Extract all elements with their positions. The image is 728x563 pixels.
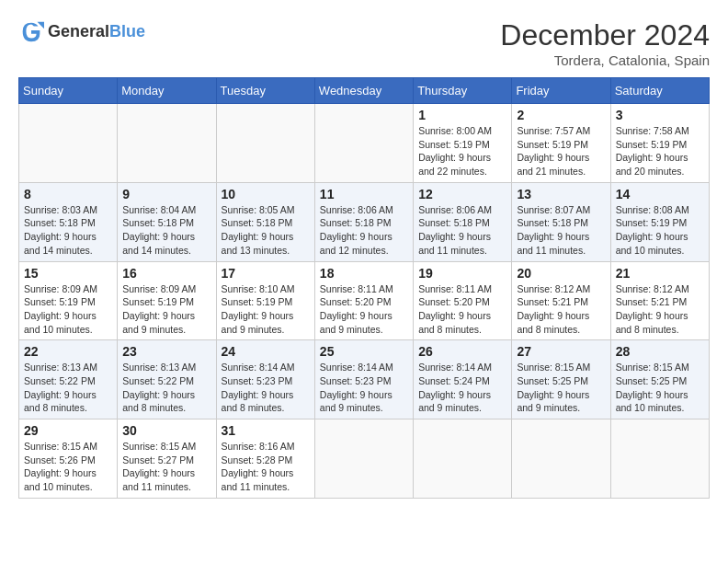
table-row bbox=[19, 104, 118, 183]
header-thursday: Thursday bbox=[414, 78, 512, 104]
table-row bbox=[414, 419, 512, 499]
month-title: December 2024 bbox=[500, 18, 710, 52]
table-row: 29 Sunrise: 8:15 AMSunset: 5:26 PMDaylig… bbox=[19, 419, 118, 499]
day-number: 23 bbox=[122, 344, 210, 359]
table-row: 8 Sunrise: 8:03 AMSunset: 5:18 PMDayligh… bbox=[19, 182, 118, 261]
day-number: 3 bbox=[616, 108, 704, 122]
table-row: 17 Sunrise: 8:10 AMSunset: 5:19 PMDaylig… bbox=[216, 261, 314, 340]
table-row bbox=[314, 104, 413, 183]
day-number: 15 bbox=[24, 266, 112, 281]
table-row: 15 Sunrise: 8:09 AMSunset: 5:19 PMDaylig… bbox=[19, 261, 118, 340]
day-number: 9 bbox=[122, 187, 210, 201]
day-info: Sunrise: 8:14 AMSunset: 5:23 PMDaylight:… bbox=[222, 362, 295, 413]
table-row: 30 Sunrise: 8:15 AMSunset: 5:27 PMDaylig… bbox=[118, 419, 216, 499]
table-row: 1 Sunrise: 8:00 AMSunset: 5:19 PMDayligh… bbox=[414, 104, 512, 183]
day-info: Sunrise: 8:14 AMSunset: 5:24 PMDaylight:… bbox=[418, 362, 492, 413]
logo-general: General bbox=[48, 22, 109, 40]
day-number: 18 bbox=[320, 266, 408, 281]
table-row bbox=[610, 419, 709, 499]
day-info: Sunrise: 8:11 AMSunset: 5:20 PMDaylight:… bbox=[418, 283, 492, 335]
day-info: Sunrise: 8:08 AMSunset: 5:19 PMDaylight:… bbox=[616, 204, 689, 256]
table-row: 25 Sunrise: 8:14 AMSunset: 5:23 PMDaylig… bbox=[314, 340, 413, 419]
day-number: 16 bbox=[122, 266, 210, 281]
page-header: GeneralBlue December 2024 Tordera, Catal… bbox=[18, 18, 710, 68]
header-saturday: Saturday bbox=[610, 78, 709, 104]
day-number: 20 bbox=[517, 266, 605, 281]
table-row: 9 Sunrise: 8:04 AMSunset: 5:18 PMDayligh… bbox=[118, 182, 216, 261]
table-row: 21 Sunrise: 8:12 AMSunset: 5:21 PMDaylig… bbox=[610, 261, 709, 340]
table-row bbox=[216, 104, 314, 183]
day-number: 14 bbox=[616, 187, 704, 201]
table-row: 27 Sunrise: 8:15 AMSunset: 5:25 PMDaylig… bbox=[512, 340, 610, 419]
day-number: 26 bbox=[418, 344, 506, 359]
table-row: 2 Sunrise: 7:57 AMSunset: 5:19 PMDayligh… bbox=[512, 104, 610, 183]
table-row: 28 Sunrise: 8:15 AMSunset: 5:25 PMDaylig… bbox=[610, 340, 709, 419]
day-info: Sunrise: 8:15 AMSunset: 5:27 PMDaylight:… bbox=[122, 441, 196, 492]
table-row: 3 Sunrise: 7:58 AMSunset: 5:19 PMDayligh… bbox=[610, 104, 709, 183]
table-row: 19 Sunrise: 8:11 AMSunset: 5:20 PMDaylig… bbox=[414, 261, 512, 340]
title-block: December 2024 Tordera, Catalonia, Spain bbox=[500, 18, 710, 68]
day-info: Sunrise: 8:12 AMSunset: 5:21 PMDaylight:… bbox=[517, 283, 590, 335]
day-number: 10 bbox=[222, 187, 310, 201]
table-row: 10 Sunrise: 8:05 AMSunset: 5:18 PMDaylig… bbox=[216, 182, 314, 261]
day-info: Sunrise: 8:09 AMSunset: 5:19 PMDaylight:… bbox=[122, 283, 196, 335]
table-row: 20 Sunrise: 8:12 AMSunset: 5:21 PMDaylig… bbox=[512, 261, 610, 340]
header-wednesday: Wednesday bbox=[314, 78, 413, 104]
table-row: 16 Sunrise: 8:09 AMSunset: 5:19 PMDaylig… bbox=[118, 261, 216, 340]
day-info: Sunrise: 8:07 AMSunset: 5:18 PMDaylight:… bbox=[517, 204, 590, 256]
day-number: 11 bbox=[320, 187, 408, 201]
day-number: 24 bbox=[222, 344, 310, 359]
header-tuesday: Tuesday bbox=[216, 78, 314, 104]
day-info: Sunrise: 8:15 AMSunset: 5:25 PMDaylight:… bbox=[517, 362, 590, 413]
day-info: Sunrise: 8:06 AMSunset: 5:18 PMDaylight:… bbox=[418, 204, 492, 256]
day-number: 12 bbox=[418, 187, 506, 201]
location-subtitle: Tordera, Catalonia, Spain bbox=[500, 52, 710, 68]
day-info: Sunrise: 8:12 AMSunset: 5:21 PMDaylight:… bbox=[616, 283, 689, 335]
day-info: Sunrise: 8:13 AMSunset: 5:22 PMDaylight:… bbox=[24, 362, 97, 413]
table-row: 11 Sunrise: 8:06 AMSunset: 5:18 PMDaylig… bbox=[314, 182, 413, 261]
day-number: 13 bbox=[517, 187, 605, 201]
day-info: Sunrise: 8:13 AMSunset: 5:22 PMDaylight:… bbox=[122, 362, 196, 413]
day-number: 28 bbox=[616, 344, 704, 359]
table-row: 18 Sunrise: 8:11 AMSunset: 5:20 PMDaylig… bbox=[314, 261, 413, 340]
day-info: Sunrise: 8:16 AMSunset: 5:28 PMDaylight:… bbox=[222, 441, 295, 492]
day-info: Sunrise: 7:58 AMSunset: 5:19 PMDaylight:… bbox=[616, 125, 689, 177]
svg-marker-0 bbox=[38, 22, 44, 29]
day-number: 1 bbox=[418, 108, 506, 122]
calendar-header-row: Sunday Monday Tuesday Wednesday Thursday… bbox=[19, 78, 710, 104]
logo-text: GeneralBlue bbox=[48, 22, 145, 41]
calendar-table: Sunday Monday Tuesday Wednesday Thursday… bbox=[18, 77, 710, 499]
day-number: 17 bbox=[222, 266, 310, 281]
table-row: 26 Sunrise: 8:14 AMSunset: 5:24 PMDaylig… bbox=[414, 340, 512, 419]
table-row: 24 Sunrise: 8:14 AMSunset: 5:23 PMDaylig… bbox=[216, 340, 314, 419]
table-row: 22 Sunrise: 8:13 AMSunset: 5:22 PMDaylig… bbox=[19, 340, 118, 419]
table-row: 31 Sunrise: 8:16 AMSunset: 5:28 PMDaylig… bbox=[216, 419, 314, 499]
day-info: Sunrise: 8:06 AMSunset: 5:18 PMDaylight:… bbox=[320, 204, 393, 256]
header-monday: Monday bbox=[118, 78, 216, 104]
logo: GeneralBlue bbox=[18, 18, 145, 44]
day-number: 27 bbox=[517, 344, 605, 359]
day-info: Sunrise: 8:04 AMSunset: 5:18 PMDaylight:… bbox=[122, 204, 196, 256]
day-info: Sunrise: 8:05 AMSunset: 5:18 PMDaylight:… bbox=[222, 204, 295, 256]
day-number: 2 bbox=[517, 108, 605, 122]
table-row: 23 Sunrise: 8:13 AMSunset: 5:22 PMDaylig… bbox=[118, 340, 216, 419]
day-number: 30 bbox=[122, 423, 210, 438]
day-number: 19 bbox=[418, 266, 506, 281]
day-number: 25 bbox=[320, 344, 408, 359]
header-friday: Friday bbox=[512, 78, 610, 104]
day-number: 8 bbox=[24, 187, 112, 201]
table-row bbox=[118, 104, 216, 183]
table-row bbox=[314, 419, 413, 499]
table-row: 14 Sunrise: 8:08 AMSunset: 5:19 PMDaylig… bbox=[610, 182, 709, 261]
day-info: Sunrise: 8:11 AMSunset: 5:20 PMDaylight:… bbox=[320, 283, 393, 335]
day-number: 22 bbox=[24, 344, 112, 359]
day-info: Sunrise: 8:10 AMSunset: 5:19 PMDaylight:… bbox=[222, 283, 295, 335]
logo-blue: Blue bbox=[109, 22, 145, 40]
day-info: Sunrise: 8:14 AMSunset: 5:23 PMDaylight:… bbox=[320, 362, 393, 413]
day-info: Sunrise: 8:15 AMSunset: 5:25 PMDaylight:… bbox=[616, 362, 689, 413]
table-row: 13 Sunrise: 8:07 AMSunset: 5:18 PMDaylig… bbox=[512, 182, 610, 261]
generalblue-logo-icon bbox=[18, 18, 44, 44]
day-number: 21 bbox=[616, 266, 704, 281]
table-row bbox=[512, 419, 610, 499]
day-info: Sunrise: 8:15 AMSunset: 5:26 PMDaylight:… bbox=[24, 441, 97, 492]
